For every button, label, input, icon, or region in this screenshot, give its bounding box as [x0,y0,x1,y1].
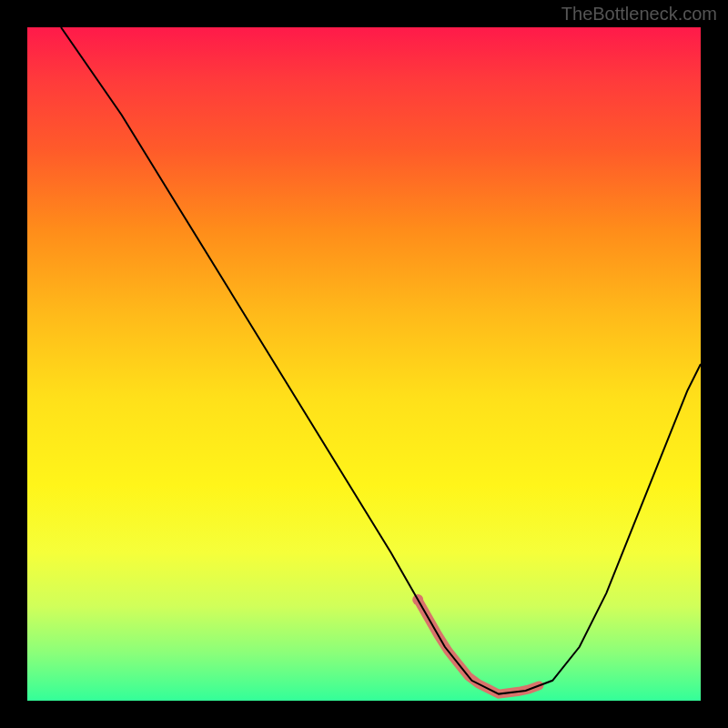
chart-svg [27,27,701,701]
bottleneck-curve [61,27,701,694]
watermark-text: TheBottleneck.com [561,4,717,25]
chart-plot-area [27,27,701,701]
highlight-segment [418,600,539,694]
